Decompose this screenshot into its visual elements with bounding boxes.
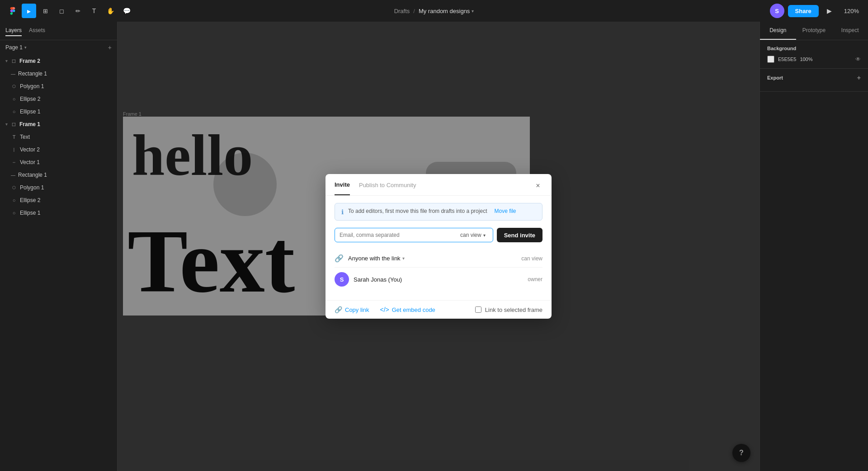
frame-tool[interactable]: ⊞ xyxy=(38,4,52,18)
breadcrumb-drafts[interactable]: Drafts xyxy=(394,8,410,14)
breadcrumb-file[interactable]: My random designs ▾ xyxy=(419,8,474,14)
modal-body: ℹ To add editors, first move this file f… xyxy=(326,196,552,300)
background-title: Background xyxy=(767,46,861,51)
select-tool[interactable]: ▸ xyxy=(22,4,36,18)
layer-rect1b[interactable]: — Rectangle 1 xyxy=(0,169,117,181)
layer-ellipse2a[interactable]: ○ Ellipse 2 xyxy=(0,93,117,105)
access-row: 🔗 Anyone with the link ▾ can view xyxy=(335,250,542,268)
ellipse-icon: ○ xyxy=(11,197,17,203)
tab-prototype[interactable]: Prototype xyxy=(796,22,832,40)
export-section: Export + xyxy=(760,69,868,92)
move-file-link[interactable]: Move file xyxy=(494,208,516,214)
modal-close-button[interactable]: × xyxy=(532,179,544,192)
comment-tool[interactable]: 💬 xyxy=(119,4,134,18)
info-icon: ℹ xyxy=(341,208,344,216)
invite-row: can view ▾ Send invite xyxy=(335,228,542,242)
embed-code-icon: </> xyxy=(380,306,389,313)
visibility-toggle[interactable]: 👁 xyxy=(855,56,861,62)
person-row: S Sarah Jonas (You) owner xyxy=(335,268,542,291)
add-page-icon[interactable]: + xyxy=(108,44,112,51)
ellipse-icon: ○ xyxy=(11,108,17,115)
user-avatar[interactable]: S xyxy=(770,4,784,18)
bg-opacity-value[interactable]: 100% xyxy=(800,57,812,62)
bg-hex-value[interactable]: E5E5E5 xyxy=(778,57,796,62)
layer-frame2[interactable]: ▾ ⬚ Frame 2 xyxy=(0,55,117,67)
vector-icon: | xyxy=(11,146,17,153)
modal-overlay[interactable]: Invite Publish to Community × ℹ To add e… xyxy=(118,22,760,471)
link-to-frame-checkbox[interactable] xyxy=(475,306,481,313)
info-text: To add editors, first move this file fro… xyxy=(348,208,487,214)
left-sidebar: Layers Assets Page 1 ▾ + ▾ ⬚ Frame 2 — R… xyxy=(0,22,118,471)
layer-label: Ellipse 1 xyxy=(20,108,40,115)
layer-label: Frame 2 xyxy=(19,58,40,64)
layer-label: Ellipse 1 xyxy=(20,210,40,216)
send-invite-button[interactable]: Send invite xyxy=(497,228,542,242)
permission-selector[interactable]: can view ▾ xyxy=(458,232,488,238)
layer-poly1a[interactable]: ⬡ Polygon 1 xyxy=(0,80,117,93)
breadcrumb-separator: / xyxy=(413,8,415,14)
layer-poly1b[interactable]: ⬡ Polygon 1 xyxy=(0,181,117,194)
collapse-arrow: ▾ xyxy=(5,59,8,63)
copy-link-button[interactable]: 🔗 Copy link xyxy=(335,306,369,313)
polygon-icon: ⬡ xyxy=(11,83,17,89)
layer-label: Rectangle 1 xyxy=(18,71,47,77)
layer-ellipse2b[interactable]: ○ Ellipse 2 xyxy=(0,194,117,207)
bg-row: E5E5E5 100% 👁 xyxy=(767,56,861,63)
person-left: S Sarah Jonas (You) xyxy=(335,272,402,287)
layer-label: Rectangle 1 xyxy=(18,172,47,178)
chevron-down-icon: ▾ xyxy=(472,9,474,14)
layer-vector1[interactable]: ↔ Vector 1 xyxy=(0,156,117,169)
layer-label: Polygon 1 xyxy=(20,83,44,89)
polygon-icon: ⬡ xyxy=(11,184,17,191)
ellipse-icon: ○ xyxy=(11,96,17,102)
copy-link-icon: 🔗 xyxy=(335,306,342,313)
layer-rect1a[interactable]: — Rectangle 1 xyxy=(0,67,117,80)
person-avatar: S xyxy=(335,272,349,287)
frame-icon: ⬚ xyxy=(10,58,17,64)
tab-design[interactable]: Design xyxy=(760,22,796,40)
embed-code-button[interactable]: </> Get embed code xyxy=(380,306,435,313)
shapes-tool[interactable]: ◻ xyxy=(54,4,69,18)
chevron-down-icon: ▾ xyxy=(24,45,27,50)
page-header: Page 1 ▾ + xyxy=(0,40,117,55)
layer-text1[interactable]: T Text xyxy=(0,131,117,143)
layer-label: Text xyxy=(20,134,30,140)
anyone-link-label[interactable]: Anyone with the link ▾ xyxy=(348,255,405,262)
layer-label: Polygon 1 xyxy=(20,184,44,191)
tab-inspect[interactable]: Inspect xyxy=(832,22,868,40)
tab-layers[interactable]: Layers xyxy=(5,25,22,36)
bg-color-swatch[interactable] xyxy=(767,56,774,63)
layer-ellipse1a[interactable]: ○ Ellipse 1 xyxy=(0,105,117,118)
layer-label: Frame 1 xyxy=(19,121,40,127)
right-sidebar-tabs: Design Prototype Inspect xyxy=(760,22,868,40)
breadcrumb: Drafts / My random designs ▾ xyxy=(394,8,474,14)
layer-label: Ellipse 2 xyxy=(20,96,40,102)
topbar-left: ▸ ⊞ ◻ ✏ T ✋ 💬 xyxy=(5,4,134,18)
page-label[interactable]: Page 1 ▾ xyxy=(5,44,27,51)
email-input[interactable] xyxy=(340,228,458,242)
dash-icon: — xyxy=(11,71,15,76)
add-export-icon[interactable]: + xyxy=(857,74,861,81)
layer-label: Vector 2 xyxy=(20,146,40,153)
tab-assets[interactable]: Assets xyxy=(29,25,45,36)
pen-tool[interactable]: ✏ xyxy=(71,4,85,18)
present-button[interactable]: ▶ xyxy=(822,4,837,18)
figma-logo[interactable] xyxy=(5,4,20,18)
modal-tab-publish[interactable]: Publish to Community xyxy=(359,182,416,195)
hand-tool[interactable]: ✋ xyxy=(103,4,118,18)
text-tool[interactable]: T xyxy=(87,4,101,18)
share-button[interactable]: Share xyxy=(788,5,819,17)
layer-vector2[interactable]: | Vector 2 xyxy=(0,143,117,156)
layer-ellipse1b[interactable]: ○ Ellipse 1 xyxy=(0,207,117,219)
link-to-frame-label: Link to selected frame xyxy=(485,306,542,313)
layer-frame1[interactable]: ▾ ⬚ Frame 1 xyxy=(0,118,117,131)
modal-tab-invite[interactable]: Invite xyxy=(335,181,350,195)
vector-icon: ↔ xyxy=(11,159,17,165)
info-banner: ℹ To add editors, first move this file f… xyxy=(335,203,542,221)
modal-footer: 🔗 Copy link </> Get embed code Link to s… xyxy=(326,300,552,319)
background-section: Background E5E5E5 100% 👁 xyxy=(760,40,868,69)
dash-icon: — xyxy=(11,173,15,178)
person-role: owner xyxy=(528,276,542,283)
zoom-control[interactable]: 120% xyxy=(840,6,863,16)
chevron-down-icon: ▾ xyxy=(483,233,486,238)
